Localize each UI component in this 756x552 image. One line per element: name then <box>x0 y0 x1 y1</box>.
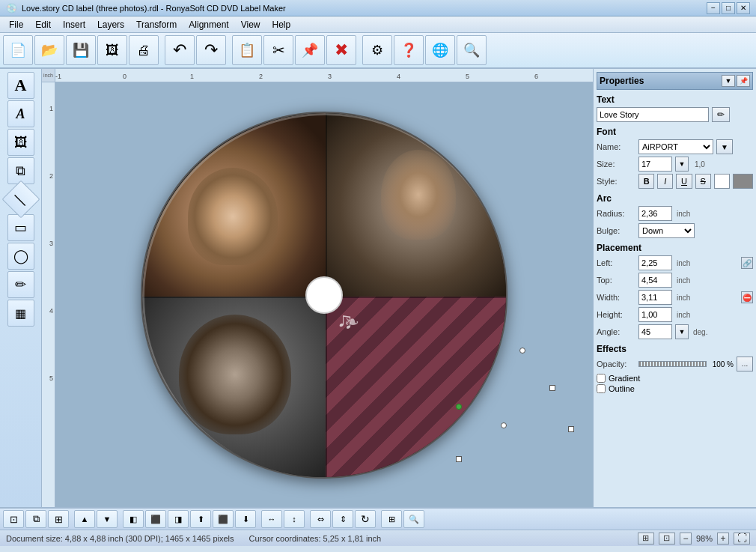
image-tool-button[interactable]: 🖼 <box>7 129 34 156</box>
zoom-fit-button[interactable]: ⊞ <box>381 510 402 528</box>
arc-bulge-select[interactable]: Down Up <box>638 223 695 238</box>
bring-front-button[interactable]: ▲ <box>74 510 95 528</box>
web-button[interactable]: 🌐 <box>425 35 455 65</box>
rect-tool-button[interactable]: ▭ <box>7 214 34 241</box>
select-all-button[interactable]: ⊡ <box>3 510 24 528</box>
save-button[interactable]: 💾 <box>66 35 96 65</box>
settings-button[interactable]: ⚙ <box>362 35 392 65</box>
lock-button[interactable]: 🔗 <box>741 257 753 269</box>
canvas-area[interactable]: inch -1 0 1 2 3 4 5 6 1 2 3 4 5 <box>42 69 593 507</box>
italic-button[interactable]: I <box>657 174 673 189</box>
left-input[interactable] <box>638 255 672 270</box>
bold-button[interactable]: B <box>638 174 654 189</box>
outline-row: Outline <box>597 384 753 393</box>
selection-handle-tl[interactable] <box>501 422 507 428</box>
props-collapse-button[interactable]: ▼ <box>722 75 735 87</box>
menu-alignment[interactable]: Alignment <box>183 18 234 31</box>
width-input[interactable] <box>638 290 672 305</box>
align-center-button[interactable]: ⬛ <box>145 510 166 528</box>
close-button[interactable]: ✕ <box>737 2 750 14</box>
text-edit-button[interactable]: ✏ <box>712 107 730 122</box>
top-input[interactable] <box>638 273 672 288</box>
menu-view[interactable]: View <box>235 18 266 31</box>
menu-layers[interactable]: Layers <box>91 18 130 31</box>
grid-button[interactable]: ⊞ <box>638 533 654 545</box>
line-tool-button[interactable]: — <box>1 181 40 219</box>
cut-button[interactable]: ✂ <box>263 35 293 65</box>
font-size-dropdown[interactable]: ▼ <box>675 157 689 172</box>
print-button[interactable]: 🖨 <box>129 35 159 65</box>
paste-button[interactable]: 📌 <box>295 35 325 65</box>
selection-handle-green[interactable] <box>456 404 462 410</box>
menu-insert[interactable]: Insert <box>57 18 91 31</box>
group-button[interactable]: ⧉ <box>25 510 46 528</box>
font-name-select[interactable]: AiRPORT <box>638 139 713 154</box>
delete-button[interactable]: ✖ <box>326 35 356 65</box>
opacity-bar[interactable] <box>638 361 707 367</box>
font-color-swatch[interactable] <box>714 174 730 189</box>
align-left-button[interactable]: ◧ <box>123 510 144 528</box>
font-browse-button[interactable]: ▼ <box>716 139 733 154</box>
undo-button[interactable]: ↶ <box>165 35 195 65</box>
redo-button[interactable]: ↷ <box>196 35 226 65</box>
search-button[interactable]: 🔍 <box>457 35 487 65</box>
selection-handle-tr[interactable] <box>549 385 555 391</box>
menu-transform[interactable]: Transform <box>130 18 183 31</box>
gradient-checkbox[interactable] <box>597 374 606 383</box>
help-button[interactable]: ❓ <box>394 35 424 65</box>
zoom-out-button[interactable]: − <box>680 533 692 545</box>
pencil-tool-button[interactable]: ✏ <box>7 271 34 298</box>
ruler-mark: 6 <box>534 73 538 80</box>
distribute-h-button[interactable]: ↔ <box>261 510 282 528</box>
align-right-button[interactable]: ◨ <box>168 510 189 528</box>
font-size-input[interactable] <box>638 157 672 172</box>
barcode-tool-button[interactable]: ▦ <box>7 300 34 327</box>
flip-h-button[interactable]: ⇔ <box>310 510 331 528</box>
align-top-button[interactable]: ⬆ <box>190 510 211 528</box>
font-name-row: Name: AiRPORT ▼ <box>597 139 753 154</box>
font-fill-swatch[interactable] <box>733 174 753 189</box>
open-button[interactable]: 📂 <box>34 35 64 65</box>
rotate-button[interactable]: ↻ <box>355 510 376 528</box>
zoom-in-button[interactable]: + <box>717 533 729 545</box>
snap-button[interactable]: ⊡ <box>659 533 675 545</box>
selection-handle-br[interactable] <box>568 426 574 432</box>
new-button[interactable]: 📄 <box>3 35 33 65</box>
send-back-button[interactable]: ▼ <box>97 510 118 528</box>
ungroup-button[interactable]: ⊞ <box>48 510 69 528</box>
angle-input[interactable] <box>638 324 672 339</box>
align-bottom-button[interactable]: ⬇ <box>235 510 256 528</box>
opacity-options-button[interactable]: … <box>737 357 753 371</box>
zoom-selection-button[interactable]: 🔍 <box>403 510 424 528</box>
main-toolbar: 📄 📂 💾 🖼 🖨 ↶ ↷ 📋 ✂ 📌 ✖ ⚙ ❓ 🌐 🔍 <box>0 33 756 69</box>
distribute-v-button[interactable]: ↕ <box>284 510 305 528</box>
angle-dropdown[interactable]: ▼ <box>675 324 689 339</box>
selection-handle-rot[interactable] <box>519 348 525 354</box>
minimize-button[interactable]: − <box>707 2 720 14</box>
fullscreen-button[interactable]: ⛶ <box>734 533 750 545</box>
strikethrough-button[interactable]: S <box>695 174 711 189</box>
props-pin-button[interactable]: 📌 <box>737 75 750 87</box>
height-input[interactable] <box>638 307 672 322</box>
canvas-content[interactable]: ♫ ❧ Love Story <box>55 82 593 507</box>
maximize-button[interactable]: □ <box>722 2 735 14</box>
align-middle-button[interactable]: ⬛ <box>213 510 234 528</box>
text-tool-button[interactable]: A <box>7 72 34 99</box>
menu-file[interactable]: File <box>3 18 29 31</box>
arc-radius-input[interactable] <box>638 206 672 221</box>
curved-text-tool-button[interactable]: A <box>7 100 34 127</box>
photo-bl-image <box>142 297 326 479</box>
flip-v-button[interactable]: ⇕ <box>332 510 353 528</box>
font-style-label: Style: <box>597 177 635 186</box>
menu-help[interactable]: Help <box>266 18 296 31</box>
underline-button[interactable]: U <box>676 174 692 189</box>
selection-handle-bl[interactable] <box>456 456 462 462</box>
text-value-input[interactable] <box>597 107 709 122</box>
copy-style-button[interactable]: 📋 <box>232 35 262 65</box>
image-button[interactable]: 🖼 <box>97 35 127 65</box>
menu-edit[interactable]: Edit <box>29 18 57 31</box>
outline-checkbox[interactable] <box>597 384 606 393</box>
aspect-lock-button[interactable]: ⛔ <box>741 291 753 303</box>
photo-br-image: ♫ ❧ Love Story <box>326 297 507 479</box>
ellipse-tool-button[interactable]: ◯ <box>7 243 34 270</box>
